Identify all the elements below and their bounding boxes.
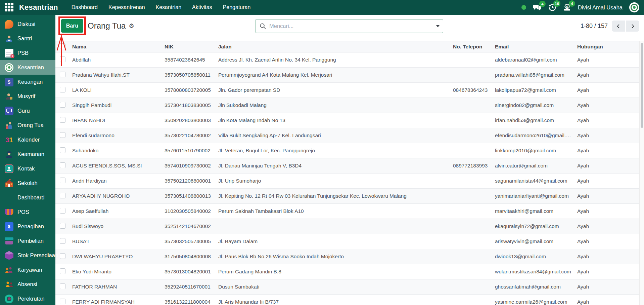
column-telepon[interactable]: No. Telepon (453, 44, 495, 50)
cell-nama: LA KOLI (72, 87, 165, 93)
dollar-icon: $ (5, 78, 13, 86)
menu-dashboard[interactable]: Dashboard (67, 0, 102, 15)
row-checkbox[interactable] (60, 132, 65, 138)
column-hubungan[interactable]: Hubungan (577, 44, 644, 50)
search-dropdown-caret-icon[interactable] (436, 25, 440, 27)
avatar[interactable] (629, 2, 639, 12)
sidebar-item-perekrutan[interactable]: Perekrutan (0, 292, 55, 305)
table-row[interactable]: Budi Siswoyo 3525142104670002 ekaquraisy… (55, 219, 644, 234)
vertical-scrollbar[interactable] (639, 41, 644, 305)
column-jalan[interactable]: Jalan (218, 44, 453, 50)
cell-email: ekaquraisyin72@gmail.com (495, 223, 577, 229)
row-checkbox[interactable] (60, 102, 65, 108)
new-record-button[interactable]: Baru (61, 19, 83, 33)
user-menu[interactable]: Divisi Amal Usaha (578, 4, 623, 11)
table-row[interactable]: Andri Hardiyan 3575021206800001 Jl. Urip… (55, 174, 644, 189)
row-checkbox[interactable] (60, 283, 65, 289)
menu-aktivitas[interactable]: Aktivitas (188, 0, 216, 15)
activities-button[interactable]: 16 (548, 3, 556, 11)
table-row[interactable]: BUSA'I 3573032505740005 Jl. Bayam Dalam … (55, 234, 644, 249)
cell-hubungan: Ayah (577, 87, 644, 93)
table-row[interactable]: Asep Saeffullah 3102030505840002 Perum S… (55, 204, 644, 219)
row-checkbox[interactable] (60, 162, 65, 168)
table-row[interactable]: ARYA ADHY NUGROHO 3573051408800013 Jl. K… (55, 189, 644, 204)
row-checkbox[interactable] (60, 178, 65, 183)
menu-pengaturan[interactable]: Pengaturan (219, 0, 255, 15)
row-checkbox[interactable] (60, 72, 65, 77)
cell-jalan: Jl. Danau Maninjau Tengah V, B3D4 (218, 163, 453, 169)
row-checkbox[interactable] (60, 268, 65, 274)
sidebar-item-orang-tua[interactable]: Orang Tua (0, 118, 55, 132)
table-row[interactable]: Pradana Wahyu Illahi,ST 3573050705850011… (55, 68, 644, 83)
table-row[interactable]: Singgih Pambudi 3573041803830005 Jln Suk… (55, 98, 644, 113)
pager-next-button[interactable] (626, 21, 639, 32)
cell-nik: 35874023842645 (165, 57, 218, 63)
cell-jalan: Perum Sakinah Tambakasri Blok A10 (218, 208, 453, 214)
table-row[interactable]: Suhandoko 3576011510790002 Jl. Veteran, … (55, 143, 644, 158)
sales-button[interactable]: $ 4 (563, 3, 571, 11)
row-checkbox[interactable] (60, 117, 65, 123)
table-row[interactable]: Efendi sudarmono 3573022104780002 Villa … (55, 128, 644, 143)
table-row[interactable]: DWI WAHYU PRASETYO 3175050804800008 Jl. … (55, 249, 644, 264)
row-checkbox[interactable] (60, 223, 65, 229)
online-status-dot (521, 5, 526, 10)
sidebar-item-kalender[interactable]: 31 Kalender (0, 132, 55, 147)
gear-icon[interactable]: ⚙ (129, 23, 134, 29)
messages-button[interactable]: 4 (533, 4, 542, 11)
cell-nik: 3573013004820001 (165, 269, 218, 275)
sidebar-item-dashboard[interactable]: Dashboard (0, 190, 55, 205)
apps-grid-icon[interactable] (5, 3, 14, 12)
sidebar-item-keamanan[interactable]: Keamanan (0, 147, 55, 161)
people-group-icon (5, 266, 13, 274)
table-row[interactable]: Eko Yudi Miranto 3573013004820001 Perum … (55, 264, 644, 279)
cell-nama: Singgih Pambudi (72, 102, 165, 108)
table-row[interactable]: AGUS EFENDI,S.SOS, MS.SI 357401090973000… (55, 158, 644, 174)
table-row[interactable]: FATHOR RAHMAN 3529240511670001 Dusun Sam… (55, 279, 644, 295)
calendar-31-icon: 31 (5, 136, 13, 144)
cell-email: marvitaakhiri@gmail.com (495, 208, 577, 214)
sidebar-item-absensi[interactable]: Absensi (0, 277, 55, 292)
column-nik[interactable]: NIK (165, 44, 218, 50)
sidebar-item-sekolah[interactable]: Sekolah (0, 176, 55, 190)
menu-kepesantrenan[interactable]: Kepesantrenan (104, 0, 149, 15)
row-checkbox[interactable] (60, 299, 65, 304)
row-checkbox[interactable] (60, 208, 65, 214)
table-row[interactable]: Abdillah 35874023842645 Address Jl. Kh. … (55, 52, 644, 68)
sidebar-item-pembelian[interactable]: Pembelian (0, 234, 55, 248)
table-row[interactable]: IRFAN NAHDI 3509202803800003 Jln Kota Ma… (55, 113, 644, 128)
sidebar-item-pos[interactable]: POS (0, 205, 55, 219)
row-checkbox[interactable] (60, 147, 65, 153)
sidebar: Diskusi Santri $ PSB Kesantrian $ Keuang… (0, 15, 55, 305)
search-box[interactable] (255, 19, 443, 33)
sidebar-item-santri[interactable]: Santri (0, 31, 55, 46)
cell-email: sagunamilanista44@gmail.com (495, 178, 577, 184)
select-all-checkbox[interactable] (60, 43, 65, 49)
cell-nik: 3575021206800001 (165, 178, 218, 184)
row-checkbox[interactable] (60, 56, 65, 62)
sidebar-item-stok-persediaan[interactable]: Stok Persediaan (0, 248, 55, 263)
sidebar-item-kesantrian[interactable]: Kesantrian (0, 60, 55, 75)
row-checkbox[interactable] (60, 193, 65, 198)
column-email[interactable]: Email (495, 44, 577, 50)
scrollbar-thumb[interactable] (641, 43, 643, 128)
sidebar-item-diskusi[interactable]: Diskusi (0, 17, 55, 31)
row-checkbox[interactable] (60, 238, 65, 244)
cell-nik: 3576011510790002 (165, 148, 218, 154)
document-icon: $ (5, 49, 13, 58)
column-nama[interactable]: Nama (72, 44, 165, 50)
pager-prev-button[interactable] (612, 21, 625, 32)
row-checkbox[interactable] (60, 253, 65, 259)
search-input[interactable] (269, 23, 436, 29)
sidebar-item-penagihan[interactable]: $ Penagihan (0, 219, 55, 234)
menu-kesantrian[interactable]: Kesantrian (152, 0, 186, 15)
sidebar-item-psb[interactable]: $ PSB (0, 46, 55, 60)
table-row[interactable]: FERRY ADI FIRMANSYAH 3516132211800004 Jl… (55, 295, 644, 305)
sidebar-item-musyrif[interactable]: Musyrif (0, 89, 55, 104)
sidebar-item-keuangan[interactable]: $ Keuangan (0, 75, 55, 89)
sidebar-item-kontak[interactable]: Kontak (0, 161, 55, 176)
sidebar-item-karyawan[interactable]: Karyawan (0, 263, 55, 277)
cell-jalan: Perummjoyogrand A4 Kota Malang Kel. Merj… (218, 72, 453, 78)
sidebar-item-guru[interactable]: Guru (0, 104, 55, 118)
row-checkbox[interactable] (60, 87, 65, 92)
table-row[interactable]: LA KOLI 3578080803720005 Jln. Gador pere… (55, 83, 644, 98)
